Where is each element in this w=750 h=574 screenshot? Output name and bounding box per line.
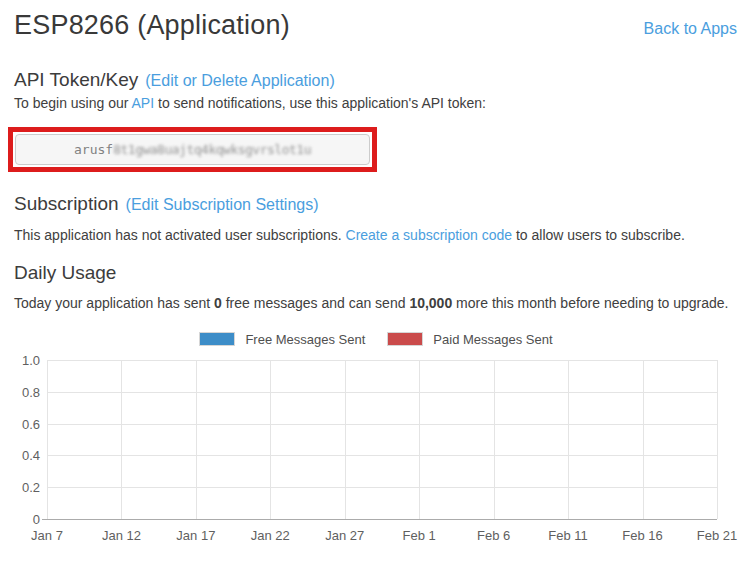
x-axis-tick-label: Jan 7 [15,528,79,543]
monthly-limit-count: 10,000 [409,295,452,311]
gridline-horizontal [47,455,717,456]
x-axis-line [42,519,717,520]
subscription-status-text: This application has not activated user … [14,227,685,243]
gridline-vertical [47,360,48,519]
daily-usage-heading-text: Daily Usage [14,262,116,283]
create-subscription-code-link[interactable]: Create a subscription code [346,227,513,243]
edit-or-delete-application-link[interactable]: (Edit or Delete Application) [145,72,334,89]
legend-label: Paid Messages Sent [433,332,552,347]
gridline-horizontal [47,424,717,425]
api-docs-link[interactable]: API [132,95,155,111]
gridline-horizontal [47,392,717,393]
x-axis-tick-label: Feb 21 [685,528,749,543]
daily-usage-section-heading: Daily Usage [14,262,116,284]
page-title: ESP8266 (Application) [14,10,290,41]
subscription-heading-text: Subscription [14,193,119,214]
subscription-text-after: to allow users to subscribe. [512,227,685,243]
usage-text-1: Today your application has sent [14,295,214,311]
gridline-vertical [494,360,495,519]
x-axis-tick-label: Jan 17 [164,528,228,543]
x-axis-tick-label: Feb 11 [536,528,600,543]
y-axis-tick-label: 1.0 [0,353,40,368]
legend-label: Free Messages Sent [245,332,365,347]
usage-text-2: free messages and can send [222,295,410,311]
api-intro-before: To begin using our [14,95,132,111]
api-token-heading-text: API Token/Key [14,69,138,90]
legend-swatch [199,332,235,346]
x-axis-tick-label: Feb 1 [387,528,451,543]
usage-chart: 1.00.80.60.40.20Jan 7Jan 12Jan 17Jan 22J… [0,352,750,557]
gridline-vertical [196,360,197,519]
chart-legend: Free Messages SentPaid Messages Sent [47,330,717,348]
api-intro-text: To begin using our API to send notificat… [14,95,486,111]
gridline-horizontal [47,487,717,488]
gridline-vertical [345,360,346,519]
back-to-apps-link[interactable]: Back to Apps [644,20,737,38]
api-token-section-heading: API Token/Key(Edit or Delete Application… [14,69,335,91]
edit-subscription-settings-link[interactable]: (Edit Subscription Settings) [126,196,319,213]
usage-text-3: more this month before needing to upgrad… [452,295,728,311]
gridline-vertical [270,360,271,519]
x-axis-tick-label: Feb 6 [462,528,526,543]
y-axis-tick-label: 0 [0,512,40,527]
gridline-vertical [643,360,644,519]
application-detail-page: ESP8266 (Application) Back to Apps API T… [0,0,750,574]
y-axis-tick-label: 0.2 [0,480,40,495]
gridline-vertical [717,360,718,519]
x-axis-tick-label: Jan 27 [313,528,377,543]
y-axis-tick-label: 0.8 [0,385,40,400]
legend-swatch [387,332,423,346]
api-token-obscured-part: 8t1gwa8uajtq4kqwksgvrslot1u [113,142,311,157]
y-axis-tick-label: 0.4 [0,448,40,463]
x-axis-tick-label: Jan 22 [238,528,302,543]
api-token-value[interactable]: arusf8t1gwa8uajtq4kqwksgvrslot1u [15,134,370,165]
api-intro-after: to send notifications, use this applicat… [154,95,486,111]
annotation-highlight-box: arusf8t1gwa8uajtq4kqwksgvrslot1u [8,127,377,172]
gridline-vertical [121,360,122,519]
api-token-visible-part: arusf [74,142,113,157]
free-message-count: 0 [214,295,222,311]
subscription-text-before: This application has not activated user … [14,227,346,243]
gridline-horizontal [47,360,717,361]
x-axis-tick-label: Feb 16 [611,528,675,543]
subscription-section-heading: Subscription(Edit Subscription Settings) [14,193,319,215]
gridline-vertical [568,360,569,519]
usage-summary-text: Today your application has sent 0 free m… [14,295,729,311]
x-axis-tick-label: Jan 12 [89,528,153,543]
gridline-vertical [419,360,420,519]
y-axis-tick-label: 0.6 [0,417,40,432]
